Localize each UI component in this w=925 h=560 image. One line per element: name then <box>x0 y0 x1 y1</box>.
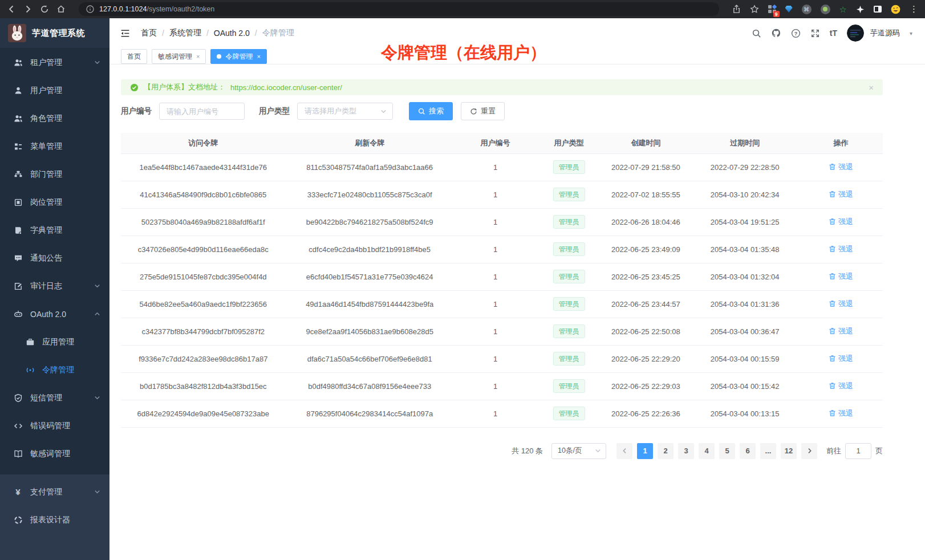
tab-令牌管理[interactable]: 令牌管理× <box>210 49 266 64</box>
sidebar-item-应用管理[interactable]: 应用管理 <box>0 328 109 356</box>
sidebar-item-岗位管理[interactable]: 岗位管理 <box>0 188 109 216</box>
page-ellipsis[interactable]: ... <box>760 443 776 459</box>
table-body: 1ea5e44f8bc1467aaede43144f31de76 811c530… <box>121 153 883 427</box>
recorder-extension-icon[interactable] <box>821 5 830 14</box>
page-button-1[interactable]: 1 <box>637 443 653 459</box>
page-button-3[interactable]: 3 <box>678 443 694 459</box>
user-type-tag: 管理员 <box>553 270 585 283</box>
help-icon[interactable]: ? <box>791 29 801 38</box>
sidebar-item-菜单管理[interactable]: 菜单管理 <box>0 132 109 160</box>
pinwheel-extension-icon[interactable] <box>856 5 865 14</box>
back-icon[interactable] <box>7 5 16 14</box>
sidebar-item-通知公告[interactable]: 通知公告 <box>0 244 109 272</box>
sidebar-logo-row[interactable]: 芋道管理系统 <box>0 18 109 48</box>
breadcrumb-item[interactable]: 系统管理 <box>169 28 201 38</box>
tab-close-icon[interactable]: × <box>196 53 200 60</box>
table-row: 275e5de9151045fe87cbdc395e004f4d e6cfd40… <box>121 263 883 290</box>
created-time-cell: 2022-06-25 23:45:25 <box>601 263 691 290</box>
expire-time-cell: 2054-03-04 00:15:42 <box>691 372 799 400</box>
chevron-down-icon[interactable]: ▾ <box>910 30 912 36</box>
tab-close-icon[interactable]: × <box>257 53 260 60</box>
user-type-tag: 管理员 <box>553 242 585 256</box>
url-bar[interactable]: 127.0.0.1:1024/system/oauth2/token <box>79 2 719 16</box>
sidebar-item-错误码管理[interactable]: 错误码管理 <box>0 412 109 440</box>
user-type-tag: 管理员 <box>553 352 585 366</box>
alert-text: 【用户体系】文档地址： <box>144 82 225 92</box>
sidebar-item-支付管理[interactable]: ¥ 支付管理 <box>0 478 109 506</box>
force-logout-button[interactable]: 强退 <box>829 381 853 391</box>
sidepanel-icon[interactable] <box>874 6 882 13</box>
search-button[interactable]: 搜索 <box>409 102 453 120</box>
reset-button[interactable]: 重置 <box>461 102 505 120</box>
breadcrumb-item[interactable]: 首页 <box>141 28 157 38</box>
user-name[interactable]: 芋道源码 <box>870 28 900 38</box>
pagination: 共 120 条 10条/页 123456...12 前往 页 <box>121 443 883 459</box>
sidebar-item-OAuth 2.0[interactable]: OAuth 2.0 <box>0 300 109 328</box>
user-type-placeholder: 请选择用户类型 <box>305 106 356 116</box>
command-extension-icon[interactable]: ⌘ <box>802 5 812 14</box>
access-token-cell: f9336e7c7dd242a283ee98dc86b17a87 <box>121 345 286 372</box>
doc-link[interactable]: https://doc.iocoder.cn/user-center/ <box>230 83 342 92</box>
force-logout-button[interactable]: 强退 <box>829 299 853 309</box>
browser-menu-kebab-icon[interactable]: ⋮ <box>910 4 918 14</box>
expire-time-cell: 2054-03-04 01:31:36 <box>691 290 799 318</box>
alert-close-icon[interactable]: × <box>869 83 874 92</box>
avatar[interactable] <box>847 25 864 42</box>
github-icon[interactable] <box>771 28 781 38</box>
force-logout-button[interactable]: 强退 <box>829 326 853 336</box>
force-logout-button[interactable]: 强退 <box>829 189 853 200</box>
page-button-12[interactable]: 12 <box>781 443 797 459</box>
page-button-5[interactable]: 5 <box>719 443 735 459</box>
forward-icon[interactable] <box>23 5 33 14</box>
fullscreen-icon[interactable] <box>810 29 820 38</box>
sidebar-item-字典管理[interactable]: 字典管理 <box>0 216 109 244</box>
gem-extension-icon[interactable] <box>785 6 793 13</box>
search-icon[interactable] <box>752 29 761 38</box>
sidebar-item-短信管理[interactable]: 短信管理 <box>0 384 109 412</box>
sidebar-item-用户管理[interactable]: 用户管理 <box>0 76 109 104</box>
force-logout-button[interactable]: 强退 <box>829 408 853 419</box>
force-logout-button[interactable]: 强退 <box>829 162 853 172</box>
reload-icon[interactable] <box>40 5 49 14</box>
sidebar-item-角色管理[interactable]: 角色管理 <box>0 104 109 132</box>
breadcrumb-item[interactable]: OAuth 2.0 <box>214 29 250 38</box>
force-logout-button[interactable]: 强退 <box>829 271 853 282</box>
page-button-6[interactable]: 6 <box>740 443 756 459</box>
prev-page-button[interactable] <box>616 443 632 459</box>
table-row: 54d6be82ee5a460a9aedc1f9bf223656 49d1aa4… <box>121 290 883 318</box>
errcode-icon <box>13 421 23 431</box>
sidebar: 芋道管理系统 租户管理 用户管理 角色管理 菜单管理 部门管理 岗位管理 字典管… <box>0 18 109 560</box>
sidebar-item-令牌管理[interactable]: 令牌管理 <box>0 356 109 384</box>
user-type-tag: 管理员 <box>553 379 585 393</box>
sidebar-item-报表设计器[interactable]: 报表设计器 <box>0 506 109 534</box>
next-page-button[interactable] <box>801 443 817 459</box>
home-icon[interactable] <box>56 5 66 14</box>
bookmark-star-icon[interactable] <box>750 5 759 14</box>
emoji-extension-icon[interactable] <box>891 5 900 14</box>
sidebar-item-审计日志[interactable]: 审计日志 <box>0 272 109 300</box>
access-token-cell: 1ea5e44f8bc1467aaede43144f31de76 <box>121 153 286 181</box>
tab-首页[interactable]: 首页 <box>121 49 147 64</box>
action-cell: 强退 <box>799 372 883 400</box>
goto-page-input[interactable] <box>845 443 871 459</box>
force-logout-button[interactable]: 强退 <box>829 244 853 254</box>
collapse-sidebar-icon[interactable] <box>120 28 131 39</box>
user-type-select[interactable]: 请选择用户类型 <box>297 103 393 120</box>
force-logout-button[interactable]: 强退 <box>829 354 853 364</box>
tab-敏感词管理[interactable]: 敏感词管理× <box>152 49 206 64</box>
share-icon[interactable] <box>732 5 741 14</box>
star-extension-icon[interactable]: ☆ <box>839 5 847 14</box>
force-logout-button[interactable]: 强退 <box>829 217 853 227</box>
sidebar-item-敏感词管理[interactable]: 敏感词管理 <box>0 440 109 468</box>
tenants-icon <box>13 58 23 67</box>
page-button-2[interactable]: 2 <box>658 443 674 459</box>
site-info-icon[interactable] <box>86 5 94 13</box>
user-id-input[interactable] <box>159 103 245 120</box>
page-button-4[interactable]: 4 <box>699 443 715 459</box>
font-size-icon[interactable]: tT <box>830 29 837 38</box>
refresh-token-cell: cdfc4ce9c2da4bb1bdf21b9918ff4be5 <box>286 236 454 263</box>
sidebar-item-部门管理[interactable]: 部门管理 <box>0 160 109 188</box>
sidebar-item-租户管理[interactable]: 租户管理 <box>0 48 109 76</box>
extension-grid-icon[interactable]: 9 <box>768 5 776 13</box>
page-size-select[interactable]: 10条/页 <box>551 443 606 459</box>
